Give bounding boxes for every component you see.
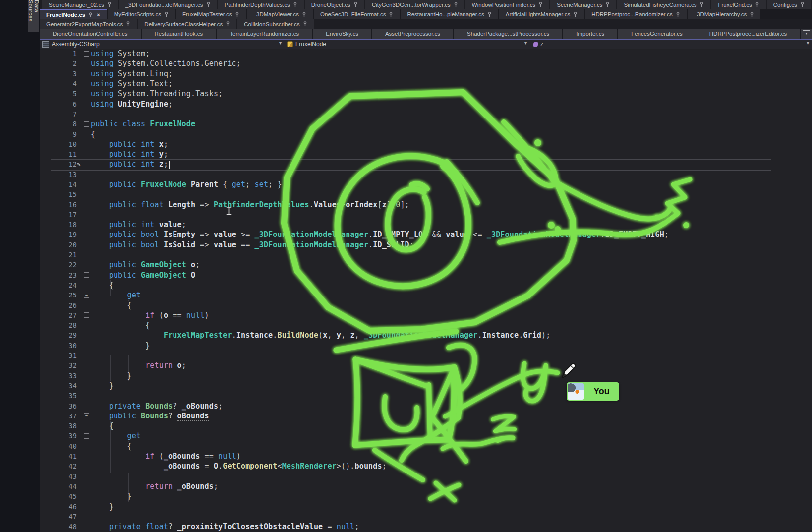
pin-icon[interactable] bbox=[573, 12, 578, 17]
code-line-21[interactable]: 21 bbox=[40, 250, 812, 260]
line-number[interactable]: 39 bbox=[40, 432, 77, 440]
chevron-down-icon[interactable]: ▾ bbox=[807, 40, 809, 46]
code-line-9[interactable]: 9{ bbox=[40, 129, 812, 139]
code-line-35[interactable]: 35 bbox=[40, 391, 812, 401]
editor-tab[interactable]: _3DMapHierarchy.cs bbox=[688, 9, 761, 19]
editor-tab[interactable]: SimulatedFisheyeCamera.cs bbox=[617, 0, 710, 9]
pin-icon[interactable] bbox=[454, 2, 458, 7]
code-line-20[interactable]: 20 public bool IsSolid => value == _3DFo… bbox=[40, 240, 812, 250]
code-line-23[interactable]: 23− public GameObject O bbox=[40, 270, 812, 280]
editor-tab[interactable]: OneSec3D_FileFormat.cs bbox=[314, 9, 400, 19]
code-line-42[interactable]: 42 _oBounds = O.GetComponent<MeshRendere… bbox=[40, 461, 812, 471]
editor-tab[interactable]: TerrainLayerRandomizer.cs bbox=[217, 29, 312, 39]
line-number[interactable]: 20 bbox=[40, 241, 77, 249]
member-dropdown[interactable]: z bbox=[533, 40, 543, 49]
editor-tab[interactable]: RestaurantHo...pleManager.cs bbox=[401, 9, 498, 19]
pin-icon[interactable] bbox=[755, 2, 759, 7]
editor-tab[interactable]: RestaurantHook.cs bbox=[142, 29, 216, 39]
code-line-28[interactable]: 28 { bbox=[40, 320, 812, 330]
line-number[interactable]: 23 bbox=[40, 271, 77, 279]
pin-icon[interactable] bbox=[353, 2, 358, 7]
editor-tab[interactable]: Importer.cs bbox=[563, 29, 617, 39]
code-line-33[interactable]: 33 } bbox=[40, 371, 812, 381]
line-number[interactable]: 41 bbox=[40, 452, 77, 460]
code-line-19[interactable]: 19 public bool IsEmpty => value >= _3DFo… bbox=[40, 230, 812, 239]
line-number[interactable]: 1 bbox=[40, 50, 77, 58]
fold-marker-icon[interactable]: − bbox=[84, 312, 89, 318]
line-number[interactable]: 13 bbox=[40, 171, 77, 178]
fold-marker-icon[interactable]: − bbox=[84, 51, 89, 57]
pin-icon[interactable] bbox=[676, 12, 680, 17]
pin-icon[interactable] bbox=[206, 2, 211, 7]
line-number[interactable]: 44 bbox=[40, 482, 77, 490]
code-line-12[interactable]: 12✎ public int z; bbox=[40, 159, 812, 169]
pin-icon[interactable] bbox=[235, 12, 239, 17]
code-line-43[interactable]: 43 bbox=[40, 471, 812, 481]
data-sources-vertical-tab[interactable]: Data Sources bbox=[28, 0, 39, 32]
editor-tab[interactable]: Generator2ExportMapTools.cs bbox=[40, 19, 137, 29]
editor-tab[interactable]: PathfinderDepthValues.cs bbox=[218, 0, 304, 9]
editor-tab[interactable]: DroneObject.cs bbox=[305, 0, 364, 9]
line-number[interactable]: 36 bbox=[40, 402, 77, 410]
close-tab-icon[interactable]: × bbox=[97, 12, 100, 18]
line-number[interactable]: 47 bbox=[40, 513, 77, 521]
line-number[interactable]: 48 bbox=[40, 523, 77, 531]
code-line-1[interactable]: 1−using System; bbox=[40, 49, 812, 59]
fold-marker-icon[interactable]: − bbox=[84, 293, 89, 298]
editor-tab[interactable]: ShaderPackage...stProcessor.cs bbox=[454, 29, 562, 39]
pin-icon[interactable] bbox=[699, 2, 704, 7]
code-line-39[interactable]: 39− get bbox=[40, 431, 812, 441]
line-number[interactable]: 28 bbox=[40, 321, 77, 329]
line-number[interactable]: 2 bbox=[40, 59, 77, 67]
line-number[interactable]: 4 bbox=[40, 80, 77, 88]
line-number[interactable]: 27 bbox=[40, 311, 77, 319]
code-line-11[interactable]: 11 public int y; bbox=[40, 149, 812, 159]
line-number[interactable]: 12 bbox=[40, 160, 77, 168]
pin-icon[interactable] bbox=[750, 12, 754, 17]
line-number[interactable]: 8 bbox=[40, 120, 77, 128]
fold-marker-icon[interactable]: − bbox=[84, 272, 89, 278]
line-number[interactable]: 42 bbox=[40, 462, 77, 470]
code-line-34[interactable]: 34 } bbox=[40, 381, 812, 391]
code-line-4[interactable]: 4using System.Text; bbox=[40, 79, 812, 89]
line-number[interactable]: 40 bbox=[40, 442, 77, 450]
line-number[interactable]: 25 bbox=[40, 291, 77, 299]
line-number[interactable]: 35 bbox=[40, 392, 77, 400]
editor-tab[interactable]: CollisionSubscriber.cs bbox=[237, 19, 314, 29]
code-line-32[interactable]: 32 return o; bbox=[40, 360, 812, 370]
editor-tab[interactable]: FruxelMapTester.cs bbox=[176, 9, 246, 19]
code-line-17[interactable]: 17 bbox=[40, 210, 812, 220]
code-line-7[interactable]: 7 bbox=[40, 109, 812, 119]
pin-icon[interactable] bbox=[605, 2, 610, 7]
code-line-6[interactable]: 6using UnityEngine; bbox=[40, 99, 812, 109]
code-line-24[interactable]: 24 { bbox=[40, 280, 812, 290]
line-number[interactable]: 24 bbox=[40, 281, 77, 289]
editor-tab[interactable]: SceneManager_02.cs bbox=[42, 0, 118, 9]
editor-tab[interactable]: FruxelNode.cs× bbox=[40, 9, 107, 19]
code-line-46[interactable]: 46 } bbox=[40, 501, 812, 511]
line-number[interactable]: 29 bbox=[40, 331, 77, 339]
fold-marker-icon[interactable]: − bbox=[84, 433, 89, 439]
code-line-45[interactable]: 45 } bbox=[40, 491, 812, 501]
code-line-41[interactable]: 41 if (_oBounds == null) bbox=[40, 451, 812, 461]
line-number[interactable]: 37 bbox=[40, 412, 77, 420]
line-number[interactable]: 11 bbox=[40, 150, 77, 158]
line-number[interactable]: 16 bbox=[40, 201, 77, 209]
line-number[interactable]: 5 bbox=[40, 90, 77, 98]
editor-tab[interactable]: _3DMapViewer.cs bbox=[247, 9, 313, 19]
project-dropdown[interactable]: Assembly-CSharp bbox=[42, 40, 100, 49]
code-line-8[interactable]: 8−public class FruxelNode bbox=[40, 119, 812, 129]
pin-icon[interactable] bbox=[126, 21, 130, 27]
line-number[interactable]: 22 bbox=[40, 261, 77, 269]
line-number[interactable]: 21 bbox=[40, 251, 77, 259]
line-number[interactable]: 34 bbox=[40, 382, 77, 390]
editor-tab[interactable]: Config.cs bbox=[767, 0, 811, 9]
chevron-down-icon[interactable]: ▾ bbox=[279, 40, 282, 46]
pin-icon[interactable] bbox=[389, 12, 393, 17]
chevron-down-icon[interactable]: ▾ bbox=[524, 40, 527, 46]
editor-tab[interactable]: WindowPositionFinder.cs bbox=[465, 0, 549, 9]
type-dropdown[interactable]: FruxelNode bbox=[287, 40, 326, 49]
pin-icon[interactable] bbox=[107, 2, 112, 7]
line-number[interactable]: 6 bbox=[40, 100, 77, 108]
line-number[interactable]: 9 bbox=[40, 130, 77, 138]
